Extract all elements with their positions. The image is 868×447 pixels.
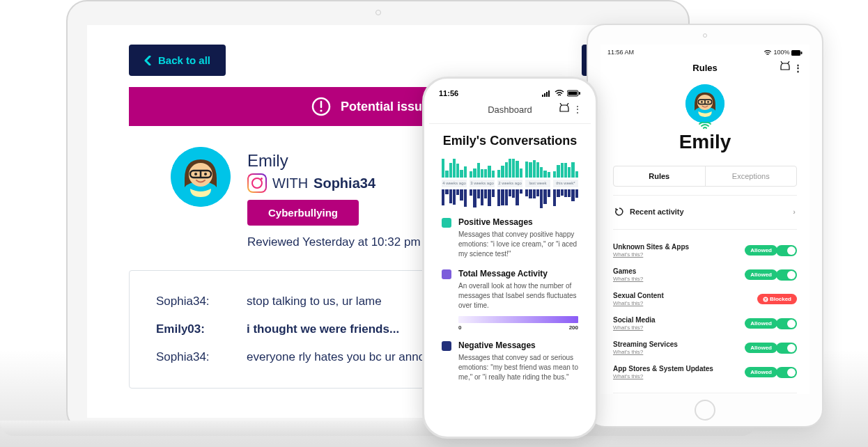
app-logo-icon[interactable]: ⋮ bbox=[559, 103, 582, 115]
chevron-left-icon bbox=[144, 56, 151, 65]
rule-label: Games bbox=[613, 267, 643, 276]
tab-rules[interactable]: Rules bbox=[614, 166, 705, 186]
positive-desc: Messages that convey positive happy emot… bbox=[458, 230, 578, 259]
rule-help-link[interactable]: What's this? bbox=[613, 251, 689, 258]
message-text: i thought we were friends... bbox=[247, 322, 399, 336]
week-label: 4 weeks ago bbox=[442, 180, 467, 187]
rule-toggle[interactable] bbox=[776, 367, 797, 378]
tablet-camera bbox=[703, 33, 707, 38]
rule-row: App Stores & System UpdatesWhat's this?A… bbox=[613, 360, 797, 384]
wifi-icon bbox=[555, 90, 564, 97]
signal-icon bbox=[542, 90, 552, 97]
phone-screen: 11:56 Dashboard ⋮ Emily's Conversations … bbox=[429, 84, 591, 432]
scale-min: 0 bbox=[458, 324, 461, 331]
rule-label: Unknown Sites & Apps bbox=[613, 243, 689, 251]
chevron-right-icon: › bbox=[793, 207, 796, 216]
blocked-pill[interactable]: Blocked bbox=[757, 294, 797, 304]
svg-rect-14 bbox=[568, 92, 578, 95]
svg-rect-11 bbox=[546, 92, 548, 97]
activity-color-icon bbox=[442, 269, 451, 279]
back-button[interactable]: Back to all bbox=[129, 45, 226, 76]
tablet-screen: 11:56 AM 100% Rules ⋮ bbox=[600, 45, 809, 394]
with-prefix: WITH bbox=[272, 175, 308, 191]
activity-scale bbox=[458, 316, 578, 323]
recent-label: Recent activity bbox=[630, 207, 684, 216]
rule-toggle[interactable] bbox=[776, 318, 797, 329]
svg-rect-16 bbox=[791, 50, 800, 56]
divider bbox=[613, 195, 797, 196]
issue-tag: Cyberbullying bbox=[247, 200, 359, 226]
battery-icon bbox=[791, 50, 803, 56]
rule-toggle[interactable] bbox=[776, 245, 797, 256]
week-label: this week* bbox=[553, 180, 578, 187]
week-label: 2 weeks ago bbox=[497, 180, 522, 187]
status-icons bbox=[542, 90, 581, 97]
rule-row: GamesWhat's this?Allowed bbox=[613, 262, 797, 287]
conversation-with: WITH Sophia34 bbox=[247, 173, 421, 193]
phone-time: 11:56 bbox=[439, 89, 458, 97]
user-name: Emily bbox=[247, 151, 421, 171]
rule-row: Streaming ServicesWhat's this?Allowed bbox=[613, 336, 797, 360]
laptop-camera bbox=[375, 10, 381, 15]
rule-help-link[interactable]: What's this? bbox=[613, 349, 678, 355]
tablet-home-button[interactable] bbox=[695, 400, 715, 421]
scale-max: 200 bbox=[569, 324, 578, 331]
instagram-icon bbox=[247, 173, 267, 193]
user-avatar bbox=[171, 147, 231, 207]
rule-label: Streaming Services bbox=[613, 340, 678, 349]
alert-icon bbox=[311, 97, 331, 116]
rule-label: App Stores & System Updates bbox=[613, 365, 713, 373]
svg-rect-10 bbox=[544, 93, 545, 97]
activity-section: Total Message Activity An overall look a… bbox=[442, 269, 578, 331]
tab-exceptions[interactable]: Exceptions bbox=[705, 166, 797, 186]
rule-help-link[interactable]: What's this? bbox=[613, 373, 713, 379]
profile-section: Emily bbox=[600, 79, 809, 160]
rule-label: Social Media bbox=[613, 316, 656, 324]
negative-color-icon bbox=[442, 341, 451, 351]
svg-point-7 bbox=[194, 173, 197, 175]
phone-header: Dashboard ⋮ bbox=[429, 100, 591, 124]
rule-help-link[interactable]: What's this? bbox=[613, 300, 664, 306]
rule-label: Sexual Content bbox=[613, 292, 664, 300]
profile-avatar bbox=[685, 84, 724, 123]
app-logo-icon[interactable]: ⋮ bbox=[780, 61, 803, 73]
svg-rect-15 bbox=[579, 92, 580, 95]
svg-rect-17 bbox=[801, 52, 803, 54]
divider bbox=[613, 393, 797, 393]
message-text: everyone rly hates you bc ur annoying bbox=[247, 350, 447, 364]
negative-title: Negative Messages bbox=[458, 340, 578, 350]
rule-help-link[interactable]: What's this? bbox=[613, 276, 643, 282]
activity-scale-labels: 0 200 bbox=[458, 324, 578, 331]
reviewed-timestamp: Reviewed Yesterday at 10:32 pm bbox=[247, 235, 421, 249]
allowed-pill: Allowed bbox=[745, 269, 777, 280]
tablet-status-bar: 11:56 AM 100% bbox=[600, 45, 809, 60]
phone-device: 11:56 Dashboard ⋮ Emily's Conversations … bbox=[422, 77, 598, 439]
message-sender: Sophia34: bbox=[156, 350, 226, 364]
svg-rect-9 bbox=[542, 95, 543, 97]
tablet-header-title: Rules bbox=[692, 63, 717, 73]
positive-title: Positive Messages bbox=[458, 217, 578, 227]
svg-point-2 bbox=[320, 109, 322, 111]
negative-section: Negative Messages Messages that convey s… bbox=[442, 340, 578, 382]
allowed-pill: Allowed bbox=[745, 245, 777, 256]
conversations-chart: 4 weeks ago3 weeks ago2 weeks agolast we… bbox=[442, 157, 578, 207]
week-label: 3 weeks ago bbox=[470, 180, 495, 187]
allowed-pill: Allowed bbox=[745, 367, 777, 377]
divider bbox=[613, 229, 797, 230]
tab-bar: Rules Exceptions bbox=[613, 166, 797, 187]
rule-toggle[interactable] bbox=[776, 269, 797, 281]
tablet-header: Rules ⋮ bbox=[600, 60, 809, 79]
rule-toggle[interactable] bbox=[776, 343, 797, 354]
rule-help-link[interactable]: What's this? bbox=[613, 324, 656, 331]
recent-activity-link[interactable]: Recent activity › bbox=[600, 204, 809, 221]
svg-point-23 bbox=[707, 101, 709, 103]
positive-color-icon bbox=[442, 218, 451, 228]
with-user: Sophia34 bbox=[313, 175, 375, 191]
tablet-battery: 100% bbox=[764, 49, 803, 56]
negative-desc: Messages that convey sad or serious emot… bbox=[458, 353, 578, 382]
rules-list: Unknown Sites & AppsWhat's this?AllowedG… bbox=[600, 238, 809, 384]
message-text: stop talking to us, ur lame bbox=[247, 295, 382, 308]
week-label: last week bbox=[525, 180, 550, 187]
activity-desc: An overall look at how the number of mes… bbox=[458, 281, 578, 311]
battery-icon bbox=[567, 90, 581, 97]
